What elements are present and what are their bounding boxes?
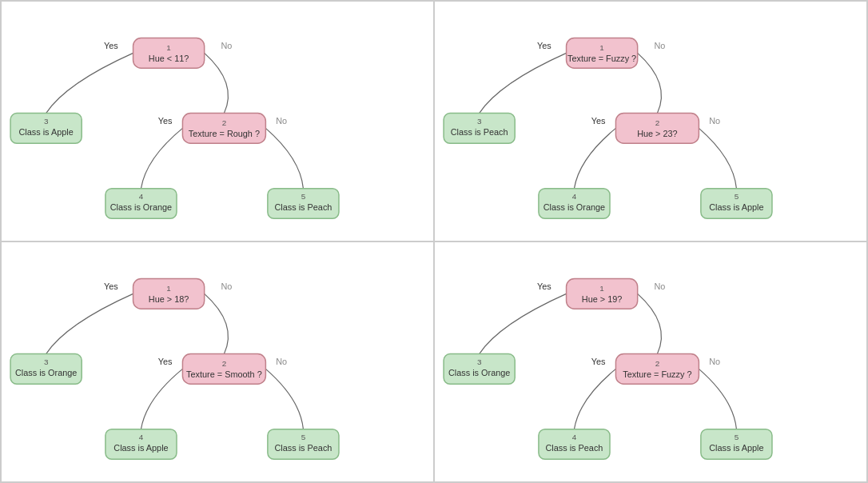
mid-right-num: 5	[301, 433, 306, 441]
arc-mid-yes	[141, 369, 182, 429]
arc-no	[205, 53, 229, 113]
root-node-num: 1	[166, 284, 171, 293]
no-label-mid: No	[276, 357, 287, 366]
mid-left-num: 4	[139, 433, 144, 441]
mid-node-num: 2	[222, 118, 227, 127]
panel-bottom-left: 1 Hue > 18? Yes No 3 Class is Orange 2 T…	[1, 242, 434, 482]
yes-label-root: Yes	[537, 41, 551, 50]
left-child-num: 3	[44, 117, 49, 126]
arc-no	[205, 293, 229, 353]
no-label-root: No	[654, 41, 665, 50]
left-child-num: 3	[44, 357, 49, 366]
mid-node-label: Texture = Rough ?	[189, 129, 260, 138]
root-node-num: 1	[599, 43, 604, 52]
no-label-mid: No	[276, 116, 287, 126]
mid-node-label: Hue > 23?	[637, 129, 678, 138]
left-child-label: Class is Peach	[451, 127, 508, 137]
arc-yes	[480, 53, 567, 113]
yes-label-mid: Yes	[591, 357, 606, 366]
no-label-root: No	[221, 281, 232, 291]
no-label-mid: No	[709, 116, 720, 126]
mid-node-label: Texture = Smooth ?	[186, 369, 262, 379]
arc-mid-yes	[574, 369, 615, 429]
mid-node-num: 2	[222, 359, 227, 368]
yes-label-mid: Yes	[158, 357, 173, 366]
arc-mid-no	[265, 369, 303, 429]
left-child-label: Class is Orange	[448, 368, 510, 377]
arc-yes	[46, 293, 133, 353]
yes-label-mid: Yes	[591, 116, 606, 126]
mid-right-label: Class is Apple	[709, 202, 763, 212]
no-label-root: No	[654, 281, 665, 291]
root-node-label: Texture = Fuzzy ?	[567, 54, 636, 63]
mid-left-label: Class is Orange	[543, 202, 605, 212]
mid-left-num: 4	[139, 192, 144, 201]
mid-right-num: 5	[735, 192, 739, 201]
yes-label-mid: Yes	[158, 116, 173, 126]
left-child-label: Class is Orange	[15, 368, 77, 377]
panel-top-right: 1 Texture = Fuzzy ? Yes No 3 Class is Pe…	[434, 1, 867, 242]
mid-left-num: 4	[572, 433, 577, 441]
arc-mid-yes	[574, 128, 615, 188]
mid-node-num: 2	[655, 359, 660, 368]
root-node-label: Hue > 19?	[582, 294, 623, 304]
root-node-num: 1	[599, 284, 604, 293]
mid-right-label: Class is Peach	[274, 443, 332, 453]
yes-label-root: Yes	[104, 41, 118, 50]
mid-right-num: 5	[735, 433, 739, 441]
mid-node-num: 2	[655, 118, 660, 127]
mid-right-num: 5	[301, 192, 306, 201]
yes-label-root: Yes	[537, 281, 551, 291]
left-child-num: 3	[477, 357, 482, 366]
arc-mid-yes	[141, 128, 182, 188]
arc-mid-no	[699, 369, 736, 429]
mid-left-label: Class is Orange	[110, 202, 172, 212]
mid-left-label: Class is Apple	[113, 443, 168, 453]
decision-tree-grid: 1 Hue < 11? Yes No 3 Class is Apple 2 Te…	[0, 0, 868, 483]
root-node-label: Hue < 11?	[149, 54, 189, 63]
mid-right-label: Class is Peach	[274, 202, 332, 212]
root-node-label: Hue > 18?	[149, 294, 189, 304]
mid-right-label: Class is Apple	[709, 443, 763, 453]
arc-no	[638, 53, 662, 113]
mid-left-num: 4	[572, 192, 577, 201]
mid-left-label: Class is Peach	[545, 443, 603, 453]
arc-no	[638, 293, 662, 353]
arc-yes	[480, 293, 567, 353]
no-label-root: No	[221, 41, 232, 50]
mid-node-label: Texture = Fuzzy ?	[623, 369, 691, 379]
root-node-num: 1	[166, 43, 171, 52]
yes-label-root: Yes	[104, 281, 118, 291]
no-label-mid: No	[709, 357, 720, 366]
left-child-num: 3	[477, 117, 482, 126]
left-child-label: Class is Apple	[18, 127, 73, 137]
panel-top-left: 1 Hue < 11? Yes No 3 Class is Apple 2 Te…	[1, 1, 434, 242]
panel-bottom-right: 1 Hue > 19? Yes No 3 Class is Orange 2 T…	[434, 242, 867, 482]
arc-mid-no	[265, 128, 303, 188]
arc-mid-no	[699, 128, 736, 188]
arc-yes	[46, 53, 133, 113]
